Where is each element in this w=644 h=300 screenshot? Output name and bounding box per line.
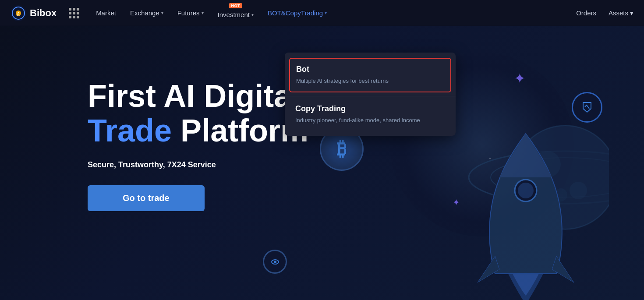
hero-subtitle: Secure, Trustworthy, 7X24 Service: [88, 160, 308, 169]
svg-point-15: [518, 183, 534, 198]
rocket-illustration: [442, 90, 609, 300]
nav-item-assets[interactable]: Assets ▾: [609, 9, 633, 17]
hero-title-blue: Trade: [88, 113, 172, 148]
dropdown-item-desc-copy: Industry pioneer, fund-alike mode, share…: [295, 116, 445, 125]
dropdown-item-title-bot: Bot: [296, 65, 444, 74]
svg-point-12: [570, 182, 587, 199]
nav-item-market[interactable]: Market: [90, 6, 122, 20]
chevron-down-icon: ▾: [630, 9, 633, 17]
hero-section: ✦ ✦ ₿: [0, 26, 644, 300]
nav-item-investment[interactable]: HOT Investment ▾: [212, 4, 260, 22]
dropdown-divider: [285, 96, 456, 96]
dropdown-item-title-copy: Copy Trading: [295, 104, 445, 113]
bg-star-dot: [489, 158, 491, 159]
eye-icon: [263, 250, 287, 274]
chevron-down-icon: ▾: [161, 11, 163, 15]
chevron-down-icon: ▾: [325, 11, 327, 15]
logo-text: Bibox: [30, 7, 57, 19]
nav-item-futures[interactable]: Futures ▾: [171, 6, 210, 20]
hero-title: First AI Digita Trade Platform: [88, 79, 308, 148]
cta-button[interactable]: Go to trade: [88, 185, 205, 211]
hot-badge: HOT: [229, 3, 242, 8]
dropdown-item-copy-trading[interactable]: Copy Trading Industry pioneer, fund-alik…: [289, 98, 451, 131]
nav-items: Market Exchange ▾ Futures ▾ HOT Investme…: [90, 4, 576, 22]
logo[interactable]: B ₿ Bibox: [11, 5, 57, 21]
svg-point-6: [274, 261, 276, 263]
nav-right: Orders Assets ▾: [576, 9, 633, 17]
star-icon-1: ✦: [514, 70, 526, 87]
chevron-down-icon: ▾: [202, 11, 204, 15]
nav-item-exchange[interactable]: Exchange ▾: [124, 6, 170, 20]
dropdown-item-bot[interactable]: Bot Multiple AI strategies for best retu…: [289, 58, 451, 92]
grid-icon[interactable]: [69, 8, 79, 18]
navbar: B ₿ Bibox Market Exchange ▾ Futures ▾ HO…: [0, 0, 644, 26]
hero-content: First AI Digita Trade Platform Secure, T…: [88, 79, 308, 211]
nav-item-bot-copy[interactable]: BOT&CopyTrading ▾: [262, 6, 333, 20]
dropdown-item-desc-bot: Multiple AI strategies for best returns: [296, 77, 444, 85]
chevron-down-icon: ▾: [251, 12, 254, 17]
nav-item-orders[interactable]: Orders: [576, 9, 596, 17]
dropdown-menu: Bot Multiple AI strategies for best retu…: [285, 53, 456, 136]
